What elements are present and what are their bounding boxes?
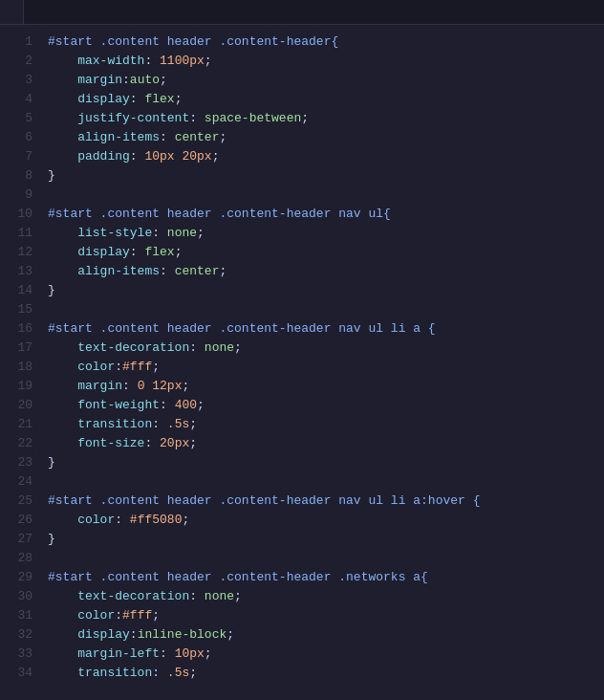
code-line: text-decoration: none; (48, 339, 596, 358)
punctuation-token: ; (189, 666, 197, 680)
property-token: margin (48, 73, 122, 87)
code-line (48, 472, 596, 492)
property-token: padding (48, 149, 130, 164)
property-token: font-weight (48, 398, 160, 412)
code-line: } (48, 281, 596, 300)
colon-token: : (122, 379, 138, 393)
value-token: flex (144, 92, 174, 106)
line-number: 29 (8, 568, 32, 587)
punctuation-token: ; (219, 130, 226, 144)
property-token: align-items (48, 264, 160, 278)
value-token: none (205, 589, 234, 603)
code-line (48, 186, 596, 205)
property-token: justify-content (48, 111, 189, 125)
code-line: margin: 0 12px; (48, 377, 596, 396)
line-number: 26 (8, 511, 32, 530)
line-number: 34 (8, 664, 32, 683)
code-line: list-style: none; (48, 224, 596, 243)
punctuation-token: ; (205, 54, 212, 68)
property-token: display (48, 92, 130, 106)
line-numbers: 1234567891011121314151617181920212223242… (0, 33, 40, 692)
value-num-token: 10px (175, 646, 205, 661)
line-number: 5 (8, 109, 32, 128)
code-lines: #start .content header .content-header{ … (40, 33, 604, 692)
colon-token: : (130, 92, 145, 106)
line-number: 9 (8, 186, 32, 205)
code-line: } (48, 453, 596, 472)
selector-token: #start .content header .content-header .… (48, 570, 428, 584)
code-line: padding: 10px 20px; (48, 147, 596, 166)
line-number: 24 (8, 472, 32, 492)
colon-token: : (152, 226, 167, 240)
line-number: 27 (8, 530, 32, 549)
active-tab[interactable] (0, 0, 24, 24)
line-number: 33 (8, 645, 32, 664)
code-line: #start .content header .content-header n… (48, 492, 596, 511)
code-content: 1234567891011121314151617181920212223242… (0, 25, 604, 700)
punctuation-token: ; (301, 111, 309, 125)
punctuation-token: ; (182, 379, 189, 393)
value-token: auto (130, 73, 160, 87)
line-number: 32 (8, 625, 32, 645)
property-token: color (48, 513, 115, 527)
value-token: none (205, 340, 234, 355)
punctuation-token: ; (226, 627, 234, 642)
blank-token (48, 474, 55, 489)
code-line (48, 549, 596, 568)
value-token: inline-block (138, 627, 227, 642)
punctuation-token: ; (175, 245, 183, 259)
code-line: font-size: 20px; (48, 434, 596, 453)
property-token: display (48, 245, 130, 259)
line-number: 23 (8, 453, 32, 472)
colon-token: : (160, 264, 175, 278)
code-line: color:#fff; (48, 606, 596, 625)
value-num-token: 10px 20px (144, 149, 211, 164)
punctuation-token: ; (152, 360, 160, 374)
property-token: list-style (48, 226, 152, 240)
colon-token: : (122, 73, 130, 87)
punctuation-token: ; (152, 608, 160, 623)
value-num-token: 400 (175, 398, 197, 412)
colon-token: : (115, 608, 122, 623)
punctuation-token: ; (189, 436, 197, 450)
code-line: #start .content header .content-header .… (48, 568, 596, 587)
code-line: #start .content header .content-header{ (48, 33, 596, 52)
colon-token: : (160, 398, 175, 412)
line-number: 30 (8, 587, 32, 606)
value-num-token: 0 12px (138, 379, 183, 393)
punctuation-token: ; (234, 340, 242, 355)
punctuation-token: ; (189, 417, 197, 431)
code-editor: 1234567891011121314151617181920212223242… (0, 0, 604, 700)
selector-token: #start .content header .content-header n… (48, 493, 480, 508)
code-line: justify-content: space-between; (48, 109, 596, 128)
punctuation-token: ; (212, 149, 220, 164)
line-number: 19 (8, 377, 32, 396)
property-token: transition (48, 417, 152, 431)
code-line: transition: .5s; (48, 664, 596, 683)
line-number: 3 (8, 71, 32, 90)
line-number: 6 (8, 128, 32, 147)
property-token: color (48, 608, 115, 623)
value-token: none (167, 226, 197, 240)
code-line: } (48, 530, 596, 549)
colon-token: : (130, 245, 145, 259)
code-line (48, 300, 596, 319)
line-number: 1 (8, 33, 32, 52)
code-line: max-width: 1100px; (48, 52, 596, 71)
property-token: margin-left (48, 646, 160, 661)
line-number: 22 (8, 434, 32, 453)
colon-token: : (189, 340, 205, 355)
value-token: center (175, 264, 220, 278)
line-number: 16 (8, 319, 32, 339)
colon-token: : (115, 360, 122, 374)
line-number: 18 (8, 358, 32, 377)
value-color-token: #ff5080 (130, 513, 183, 527)
line-number: 10 (8, 205, 32, 224)
brace-token: } (48, 532, 55, 546)
line-number: 14 (8, 281, 32, 300)
line-number: 15 (8, 300, 32, 319)
colon-token: : (144, 54, 160, 68)
property-token: font-size (48, 436, 144, 450)
colon-token: : (144, 436, 160, 450)
property-token: transition (48, 666, 152, 680)
